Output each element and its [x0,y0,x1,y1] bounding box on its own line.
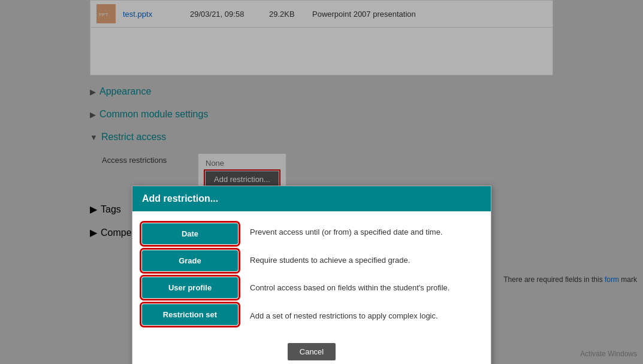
restriction-set-description: Add a set of nested restrictions to appl… [250,307,481,325]
modal-descriptions: Prevent access until (or from) a specifi… [250,223,481,325]
modal-header: Add restriction... [132,186,491,211]
cancel-button[interactable]: Cancel [288,343,336,360]
page-wrapper: PPT test.pptx 29/03/21, 09:58 29.2KB Pow… [0,0,643,364]
user-profile-restriction-button[interactable]: User profile [142,277,238,298]
restriction-set-button[interactable]: Restriction set [142,304,238,325]
modal-footer: Cancel [132,337,491,364]
date-restriction-button[interactable]: Date [142,223,238,244]
grade-description: Require students to achieve a specified … [250,251,481,269]
date-description: Prevent access until (or from) a specifi… [250,223,481,241]
grade-restriction-button[interactable]: Grade [142,250,238,271]
modal-body: Date Grade User profile Restriction set … [132,211,491,337]
add-restriction-modal: Add restriction... Date Grade User profi… [132,186,491,364]
modal-title: Add restriction... [142,193,218,204]
modal-buttons-group: Date Grade User profile Restriction set [142,223,238,325]
user-profile-description: Control access based on fields within th… [250,279,481,297]
